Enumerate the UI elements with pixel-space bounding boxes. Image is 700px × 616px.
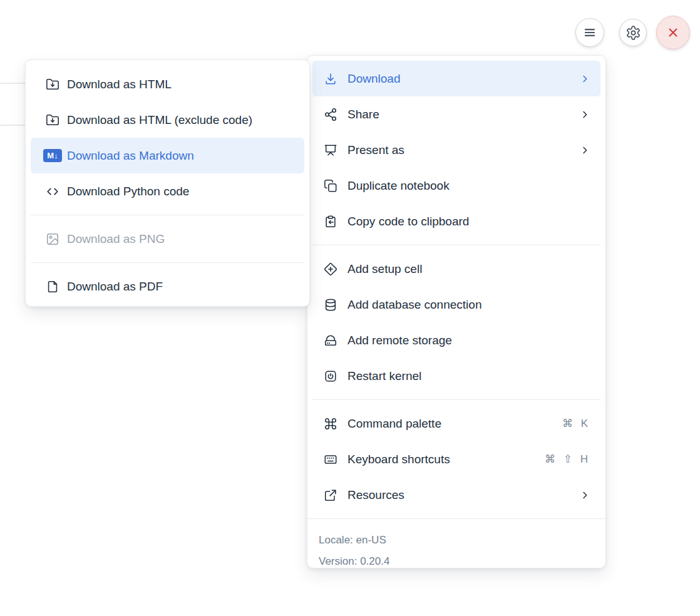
presentation-icon [324, 143, 337, 157]
menu-item-download[interactable]: Download [312, 61, 600, 96]
menu-item-label: Download [347, 72, 579, 86]
shortcut-hint: ⌘ ⇧ H [545, 453, 590, 466]
menu-item-download-as-html[interactable]: Download as HTML [31, 66, 304, 102]
database-icon [324, 298, 337, 312]
menu-item-label: Copy code to clipboard [347, 215, 592, 228]
version-text: Version: 0.20.4 [319, 551, 594, 572]
page-edge-line [0, 125, 25, 126]
chevron-right-icon [579, 145, 590, 156]
menu-item-label: Download as HTML [67, 78, 296, 91]
duplicate-pages-icon [324, 179, 337, 193]
power-square-icon [324, 369, 337, 383]
menu-item-duplicate-notebook[interactable]: Duplicate notebook [312, 168, 600, 203]
menu-item-share[interactable]: Share [312, 96, 600, 132]
settings-button[interactable] [619, 19, 647, 46]
external-link-icon [324, 488, 337, 502]
menu-item-label: Download as Markdown [67, 149, 296, 163]
menu-item-download-python-code[interactable]: Download Python code [31, 173, 304, 209]
image-icon [46, 232, 59, 246]
shortcut-hint: ⌘ K [562, 417, 590, 430]
menu-item-present-as[interactable]: Present as [312, 132, 600, 168]
menu-item-copy-code[interactable]: Copy code to clipboard [312, 203, 600, 239]
menu-item-download-as-png[interactable]: Download as PNG [31, 221, 304, 257]
menu-item-restart-kernel[interactable]: Restart kernel [312, 358, 600, 394]
download-submenu: Download as HTML Download as HTML (exclu… [25, 59, 310, 307]
locale-text: Locale: en-US [319, 530, 594, 551]
menu-separator [312, 399, 600, 400]
menu-separator [307, 518, 605, 519]
command-icon [324, 417, 337, 431]
folder-download-icon [46, 78, 59, 91]
close-button[interactable] [656, 16, 690, 49]
menu-item-label: Resources [347, 488, 579, 502]
share-icon [324, 108, 337, 121]
menu-item-label: Download as PDF [67, 280, 296, 294]
menu-item-label: Command palette [347, 417, 562, 431]
menu-item-add-setup-cell[interactable]: Add setup cell [312, 251, 600, 287]
menu-footer: Locale: en-US Version: 0.20.4 [307, 525, 605, 576]
menu-item-resources[interactable]: Resources [312, 477, 600, 513]
menu-item-label: Duplicate notebook [347, 179, 592, 193]
menu-item-label: Add remote storage [347, 334, 592, 347]
hamburger-menu-icon [582, 24, 598, 41]
menu-item-add-database-connection[interactable]: Add database connection [312, 287, 600, 322]
menu-item-download-as-pdf[interactable]: Download as PDF [31, 269, 304, 304]
chevron-right-icon [579, 109, 590, 120]
menu-item-label: Restart kernel [347, 369, 592, 383]
notebook-menu-button[interactable] [575, 18, 604, 47]
markdown-download-icon: M↓ [46, 149, 59, 163]
menu-item-label: Download Python code [67, 185, 296, 198]
menu-item-download-as-html-exclude-code[interactable]: Download as HTML (exclude code) [31, 102, 304, 138]
menu-separator [31, 262, 304, 263]
chevron-right-icon [579, 490, 590, 501]
gear-icon [625, 25, 641, 41]
file-icon [46, 280, 59, 294]
page-edge-line [0, 83, 25, 84]
menu-item-keyboard-shortcuts[interactable]: Keyboard shortcuts ⌘ ⇧ H [312, 441, 600, 477]
download-icon [324, 72, 337, 86]
menu-item-label: Add database connection [347, 298, 592, 312]
notebook-menu: Download Share [307, 55, 606, 568]
menu-item-label: Download as PNG [67, 232, 296, 246]
menu-item-label: Keyboard shortcuts [347, 453, 545, 466]
menu-item-add-remote-storage[interactable]: Add remote storage [312, 322, 600, 358]
code-icon [46, 185, 59, 198]
menu-item-label: Present as [347, 143, 579, 157]
menu-item-label: Download as HTML (exclude code) [67, 113, 296, 127]
menu-item-label: Add setup cell [347, 262, 592, 276]
folder-download-icon [46, 113, 59, 127]
menu-separator [31, 215, 304, 215]
clipboard-copy-icon [324, 215, 337, 228]
close-x-icon [665, 24, 681, 41]
menu-item-label: Share [347, 108, 579, 121]
menu-item-download-as-markdown[interactable]: M↓ Download as Markdown [31, 138, 304, 173]
menu-item-command-palette[interactable]: Command palette ⌘ K [312, 406, 600, 441]
remote-storage-icon [324, 334, 337, 347]
chevron-right-icon [579, 73, 590, 85]
diamond-plus-icon [324, 262, 337, 276]
menu-separator [312, 245, 600, 245]
keyboard-icon [324, 453, 337, 466]
